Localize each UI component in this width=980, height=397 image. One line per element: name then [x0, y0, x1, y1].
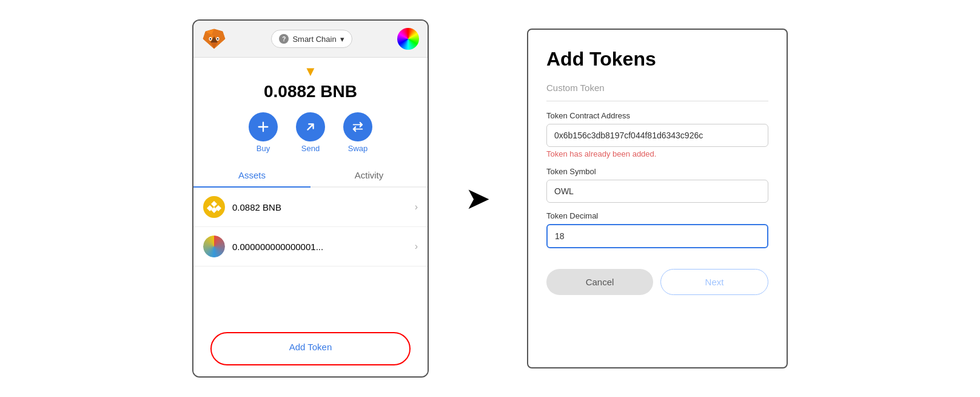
- arrow-divider: ➤: [465, 183, 491, 214]
- add-token-wrapper: Add Token: [193, 321, 428, 376]
- custom-token-tab[interactable]: Custom Token: [546, 83, 768, 101]
- buy-button[interactable]: Buy: [249, 112, 278, 153]
- token-balance: 0.000000000000001...: [232, 242, 415, 252]
- right-arrow-icon: ➤: [465, 183, 491, 214]
- tabs-row: Assets Activity: [193, 164, 428, 188]
- bnb-balance: 0.0882 BNB: [232, 202, 415, 212]
- send-button[interactable]: Send: [296, 112, 325, 153]
- contract-address-input[interactable]: [546, 124, 768, 147]
- tab-activity[interactable]: Activity: [310, 164, 428, 186]
- error-message: Token has already been added.: [546, 149, 768, 158]
- send-icon: [296, 112, 325, 141]
- wallet-body: ▼ 0.0882 BNB Buy Send Swap: [193, 58, 428, 376]
- contract-address-label: Token Contract Address: [546, 111, 768, 120]
- buy-label: Buy: [257, 144, 270, 153]
- wallet-header: ? Smart Chain ▾: [193, 21, 428, 58]
- token-symbol-label: Token Symbol: [546, 167, 768, 176]
- custom-token-label: Custom Token: [546, 83, 605, 93]
- cancel-button[interactable]: Cancel: [546, 269, 653, 295]
- svg-point-9: [210, 38, 211, 40]
- add-token-label: Add Token: [289, 342, 332, 352]
- token-symbol-input[interactable]: [546, 180, 768, 203]
- chevron-right-icon-2: ›: [415, 241, 418, 252]
- svg-point-10: [217, 38, 218, 40]
- network-label: Smart Chain: [292, 35, 336, 44]
- help-icon: ?: [279, 34, 289, 44]
- swap-icon: [343, 112, 372, 141]
- asset-list: 0.0882 BNB › 0.000000000000001... ›: [193, 188, 428, 321]
- balance-arrow-icon: ▼: [304, 64, 317, 80]
- add-tokens-panel: Add Tokens Custom Token Token Contract A…: [527, 29, 788, 368]
- send-label: Send: [301, 144, 320, 153]
- panel-title: Add Tokens: [546, 48, 768, 70]
- bnb-icon: [203, 196, 225, 218]
- tab-assets[interactable]: Assets: [193, 164, 310, 188]
- form-buttons: Cancel Next: [546, 269, 768, 295]
- next-button[interactable]: Next: [660, 269, 768, 295]
- wallet-panel: ? Smart Chain ▾ ▼ 0.0882 BNB Buy Send: [192, 19, 429, 378]
- token-decimal-input[interactable]: [546, 224, 768, 248]
- token-icon: [203, 236, 225, 257]
- action-buttons: Buy Send Swap: [249, 112, 372, 153]
- asset-row[interactable]: 0.0882 BNB ›: [193, 188, 428, 227]
- metamask-logo-icon: [202, 27, 226, 51]
- token-decimal-group: Token Decimal: [546, 211, 768, 248]
- token-decimal-label: Token Decimal: [546, 211, 768, 220]
- add-token-button[interactable]: Add Token: [210, 332, 411, 365]
- asset-row-2[interactable]: 0.000000000000001... ›: [193, 227, 428, 266]
- avatar[interactable]: [397, 28, 419, 50]
- swap-button[interactable]: Swap: [343, 112, 372, 153]
- svg-marker-11: [211, 201, 217, 207]
- network-badge[interactable]: ? Smart Chain ▾: [271, 30, 352, 48]
- swap-label: Swap: [348, 144, 368, 153]
- balance-amount: 0.0882 BNB: [264, 82, 357, 101]
- token-symbol-group: Token Symbol: [546, 167, 768, 203]
- chevron-down-icon: ▾: [340, 35, 344, 44]
- buy-icon: [249, 112, 278, 141]
- contract-address-group: Token Contract Address Token has already…: [546, 111, 768, 158]
- chevron-right-icon: ›: [415, 202, 418, 212]
